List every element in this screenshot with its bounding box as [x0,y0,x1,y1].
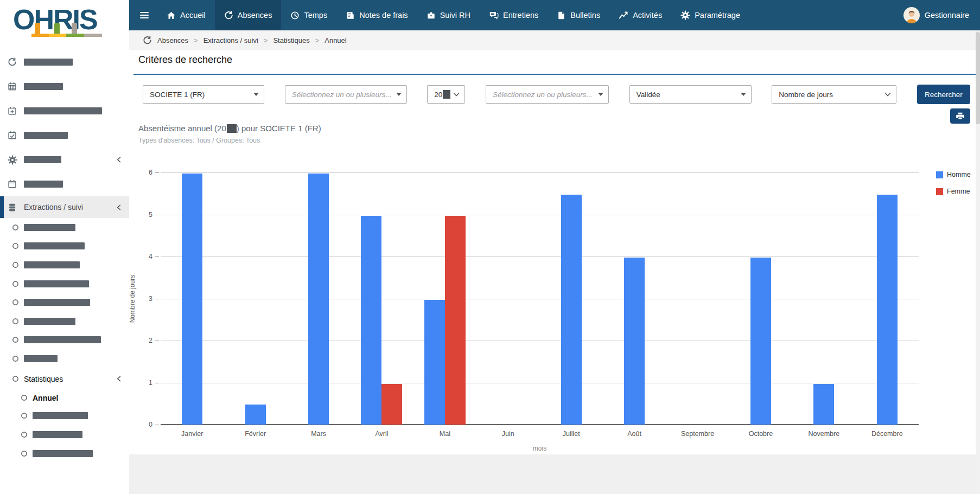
redacted-label [24,132,68,139]
scrollbar[interactable] [976,30,980,494]
nav-item-parametrage[interactable]: Paramétrage [671,0,749,30]
scrollbar-thumb[interactable] [976,32,980,124]
x-tick-label: Mars [289,430,348,438]
sidebar-item-redacted[interactable] [0,312,129,331]
unit-select[interactable]: Nombre de jours [772,85,896,104]
sidebar-item-redacted[interactable] [0,50,129,74]
sidebar-item-label: Statistiques [24,375,63,383]
redacted-year [443,90,450,99]
x-tick-label: Septembre [668,430,728,438]
sidebar-item-redacted[interactable] [0,274,129,293]
nav-item-absences[interactable]: Absences [215,0,282,30]
x-tick-label: Juin [478,430,538,438]
breadcrumb-item-extractions-suivi[interactable]: Extractions / suivi [203,36,258,44]
filter-value: 20 [434,91,442,99]
sidebar-item-redacted[interactable] [0,74,129,99]
bar-novembre-homme [813,384,834,425]
y-tick-label: 6 [149,169,152,176]
x-tick-label: Mai [415,430,475,438]
legend-label: Homme [947,171,971,178]
x-axis-title: mois [161,445,919,452]
rotate-icon [224,11,233,20]
gear-icon [8,155,24,165]
chart-subtitle: Types d'absences: Tous / Groupes: Tous [138,137,260,144]
chevron-left-icon [116,156,123,163]
sidebar-item-redacted[interactable] [0,425,129,444]
breadcrumb-separator: > [194,36,198,44]
ohris-logo[interactable]: OHRIS [0,0,129,50]
legend-swatch [936,171,943,178]
redacted-label [24,318,75,325]
chevron-down-icon [884,92,891,97]
nav-item-bulletins[interactable]: Bulletins [548,0,609,30]
year-select[interactable]: 20 [427,85,465,104]
nav-item-label: Bulletins [570,11,600,20]
circle-icon [12,375,24,382]
x-tick-label: Avril [352,430,411,438]
sidebar-item-redacted[interactable] [0,237,129,256]
caret-down-icon [253,93,259,96]
x-tick-label: Janvier [162,430,222,438]
company-select[interactable]: SOCIETE 1 (FR) [143,85,264,104]
nav-item-entretiens[interactable]: Entretiens [480,0,548,30]
status-select[interactable]: Validée [629,85,752,104]
sidebar-item-redacted[interactable] [0,123,129,147]
breadcrumb-item-statistiques[interactable]: Statistiques [273,36,309,44]
nav-item-notes-de-frais[interactable]: Notes de frais [336,0,417,30]
nav-item-activites[interactable]: Activités [609,0,671,30]
circle-icon [12,336,24,343]
sidebar-item-label: Annuel [33,394,58,402]
nav-item-label: Absences [238,11,272,20]
sidebar-item-redacted[interactable] [0,172,129,196]
sidebar-item-redacted[interactable] [0,444,129,463]
group-select[interactable]: Sélectionnez un ou plusieurs... [486,85,609,104]
calendar-grid-icon [8,82,24,91]
redacted-label [24,224,75,231]
sidebar-item-statistiques[interactable]: Statistiques [0,368,129,390]
absence-type-select[interactable]: Sélectionnez un ou plusieurs... [285,85,407,104]
sidebar-item-extractions-suivi[interactable]: Extractions / suivi [0,196,129,218]
filter-value: SOCIETE 1 (FR) [150,91,205,99]
bar-juillet-homme [561,195,582,425]
redacted-label [33,412,88,419]
sidebar-item-redacted[interactable] [0,99,129,123]
bar-avril-homme [361,216,381,425]
sidebar-item-redacted[interactable] [0,218,129,237]
redacted-year [227,124,237,133]
y-tick-label: 3 [149,295,152,303]
user-menu[interactable]: Gestionnaire [903,7,980,23]
nav-item-suivi-rh[interactable]: Suivi RH [417,0,480,30]
redacted-label [24,280,89,287]
caret-down-icon [598,93,603,96]
chevron-down-icon [453,92,460,97]
sidebar-item-redacted[interactable] [0,147,129,172]
print-button[interactable] [950,108,970,124]
sidebar-item-redacted[interactable] [0,293,129,312]
calendar-plus-icon [8,106,24,116]
gridline [161,256,919,257]
sidebar-item-redacted[interactable] [0,255,129,274]
nav-item-temps[interactable]: Temps [281,0,336,30]
bar-octobre-homme [750,258,771,425]
y-tick-mark [155,215,159,215]
rotate-icon [143,36,152,45]
gridline [161,383,919,383]
bar-mai-homme [424,300,445,425]
menu-toggle-button[interactable] [129,0,157,30]
sidebar-item-annuel[interactable]: Annuel [0,390,129,406]
search-button[interactable]: Rechercher [917,85,970,104]
absenteeism-bar-chart: Nombre de jours mois HommeFemme 0123456J… [161,172,919,425]
avatar [903,7,920,23]
filter-value: Nombre de jours [779,91,833,99]
clock-icon [290,11,300,20]
redacted-label [24,336,101,343]
sidebar-item-redacted[interactable] [0,349,129,368]
sidebar-item-redacted[interactable] [0,331,129,350]
sidebar-item-redacted[interactable] [0,406,129,425]
chat-icon [489,10,499,20]
x-tick-label: Juillet [542,430,601,438]
document-icon [557,11,566,20]
breadcrumb-item-absences[interactable]: Absences [157,36,188,44]
nav-item-label: Accueil [180,11,206,20]
nav-item-accueil[interactable]: Accueil [157,0,215,30]
